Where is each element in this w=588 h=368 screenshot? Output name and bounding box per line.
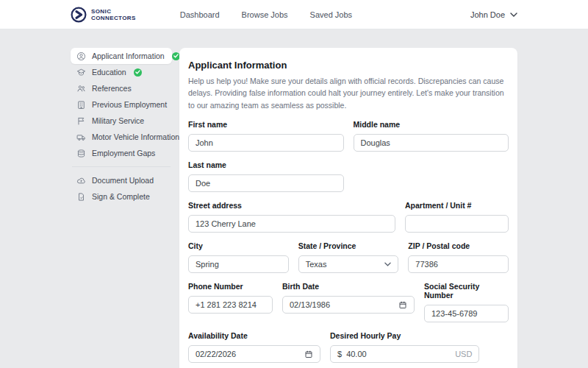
calendar-icon[interactable] bbox=[304, 350, 313, 358]
field-birth-date: Birth Date bbox=[282, 282, 415, 322]
sidebar-divider bbox=[72, 166, 171, 167]
field-label: Last name bbox=[188, 160, 344, 169]
sidebar-item-label: Applicant Information bbox=[92, 52, 165, 60]
user-circle-icon bbox=[76, 52, 86, 61]
field-label: Apartment / Unit # bbox=[405, 201, 509, 210]
truck-icon bbox=[76, 132, 86, 142]
field-desired-hourly-pay: Desired Hourly Pay $ USD bbox=[330, 331, 479, 363]
sidebar-item-label: Employment Gaps bbox=[92, 149, 155, 158]
field-label: Desired Hourly Pay bbox=[330, 331, 479, 340]
nav-dashboard[interactable]: Dashboard bbox=[180, 10, 220, 19]
sidebar-item-military-service[interactable]: Military Service bbox=[71, 113, 172, 129]
brand-wordmark: SONIC CONNECTORS bbox=[91, 8, 136, 21]
field-street-address: Street address bbox=[188, 201, 395, 233]
state-select-value: Texas bbox=[306, 260, 327, 269]
zip-input[interactable] bbox=[408, 255, 509, 273]
sidebar-item-label: References bbox=[92, 84, 132, 93]
users-icon bbox=[76, 84, 86, 93]
sidebar-item-label: Previous Employment bbox=[92, 100, 167, 109]
apartment-unit-input[interactable] bbox=[405, 215, 509, 233]
main-nav: Dashboard Browse Jobs Saved Jobs bbox=[180, 10, 352, 19]
field-ssn: Social Security Number bbox=[424, 282, 509, 322]
field-label: Social Security Number bbox=[424, 282, 509, 300]
sidebar-item-document-upload[interactable]: Document Upload bbox=[71, 172, 172, 188]
layers-stack-icon bbox=[76, 149, 86, 158]
complete-check-icon bbox=[134, 68, 142, 77]
sidebar-item-label: Sign & Complete bbox=[92, 192, 150, 201]
top-navbar: SONIC CONNECTORS Dashboard Browse Jobs S… bbox=[0, 0, 588, 29]
field-phone-number: Phone Number bbox=[188, 282, 273, 322]
field-state-province: State / Province Texas bbox=[298, 241, 399, 273]
field-label: Phone Number bbox=[188, 282, 273, 291]
page-title: Applicant Information bbox=[188, 60, 509, 71]
file-signature-icon bbox=[76, 192, 86, 202]
state-select[interactable]: Texas bbox=[298, 255, 399, 273]
field-city: City bbox=[188, 241, 289, 273]
field-middle-name: Middle name bbox=[354, 120, 509, 152]
chevron-down-icon bbox=[384, 262, 391, 266]
complete-check-icon bbox=[172, 52, 180, 60]
nav-saved-jobs[interactable]: Saved Jobs bbox=[310, 10, 352, 19]
content-area: Applicant Information Education Referenc… bbox=[71, 48, 517, 368]
field-first-name: First name bbox=[188, 120, 344, 152]
sidebar-item-label: Document Upload bbox=[92, 176, 154, 185]
steps-sidebar: Applicant Information Education Referenc… bbox=[71, 48, 172, 205]
sidebar-item-previous-employment[interactable]: Previous Employment bbox=[71, 96, 172, 113]
phone-input[interactable] bbox=[188, 296, 273, 314]
sidebar-item-motor-vehicle-information[interactable]: Motor Vehicle Information bbox=[71, 129, 172, 145]
user-name: John Doe bbox=[470, 10, 505, 19]
applicant-information-panel: Applicant Information Help us help you! … bbox=[179, 48, 517, 368]
sidebar-item-applicant-information[interactable]: Applicant Information bbox=[71, 48, 172, 64]
currency-suffix: USD bbox=[455, 350, 472, 358]
flag-icon bbox=[76, 116, 86, 126]
sidebar-item-references[interactable]: References bbox=[71, 80, 172, 96]
sidebar-item-label: Education bbox=[92, 68, 126, 77]
field-label: State / Province bbox=[298, 241, 399, 250]
sidebar-item-education[interactable]: Education bbox=[71, 64, 172, 80]
sidebar-item-employment-gaps[interactable]: Employment Gaps bbox=[71, 145, 172, 161]
desired-pay-value[interactable] bbox=[346, 346, 451, 362]
last-name-input[interactable] bbox=[188, 174, 344, 192]
field-label: Birth Date bbox=[282, 282, 415, 291]
currency-prefix: $ bbox=[337, 350, 342, 358]
field-label: ZIP / Postal code bbox=[408, 241, 509, 250]
field-label: Availability Date bbox=[188, 331, 320, 340]
field-apartment-unit: Apartment / Unit # bbox=[405, 201, 509, 233]
field-label: Street address bbox=[188, 201, 395, 210]
birth-date-input[interactable] bbox=[282, 296, 415, 314]
brand-logo[interactable]: SONIC CONNECTORS bbox=[71, 7, 136, 23]
field-last-name: Last name bbox=[188, 160, 344, 192]
availability-date-value[interactable] bbox=[196, 346, 300, 362]
sonic-connectors-logo-icon bbox=[71, 7, 87, 23]
field-label: First name bbox=[188, 120, 344, 129]
sidebar-item-label: Motor Vehicle Information bbox=[92, 132, 179, 141]
user-menu[interactable]: John Doe bbox=[470, 10, 517, 19]
calendar-icon[interactable] bbox=[398, 300, 407, 309]
chevron-down-icon bbox=[510, 13, 517, 17]
desired-pay-input[interactable]: $ USD bbox=[330, 345, 479, 363]
field-label: Middle name bbox=[354, 120, 509, 129]
sidebar-item-sign-complete[interactable]: Sign & Complete bbox=[71, 188, 172, 205]
birth-date-value[interactable] bbox=[290, 297, 394, 313]
field-zip-postal-code: ZIP / Postal code bbox=[408, 241, 509, 273]
cloud-upload-icon bbox=[76, 176, 86, 185]
street-address-input[interactable] bbox=[188, 215, 395, 233]
sidebar-item-label: Military Service bbox=[92, 116, 144, 125]
graduation-cap-icon bbox=[76, 68, 86, 77]
ssn-input[interactable] bbox=[424, 305, 509, 322]
middle-name-input[interactable] bbox=[354, 134, 509, 152]
nav-browse-jobs[interactable]: Browse Jobs bbox=[242, 10, 288, 19]
first-name-input[interactable] bbox=[188, 134, 344, 152]
city-input[interactable] bbox=[188, 255, 289, 273]
field-availability-date: Availability Date bbox=[188, 331, 320, 363]
page-description: Help us help you! Make sure your details… bbox=[188, 75, 509, 111]
building-icon bbox=[76, 100, 86, 110]
field-label: City bbox=[188, 241, 289, 250]
availability-date-input[interactable] bbox=[188, 345, 320, 363]
